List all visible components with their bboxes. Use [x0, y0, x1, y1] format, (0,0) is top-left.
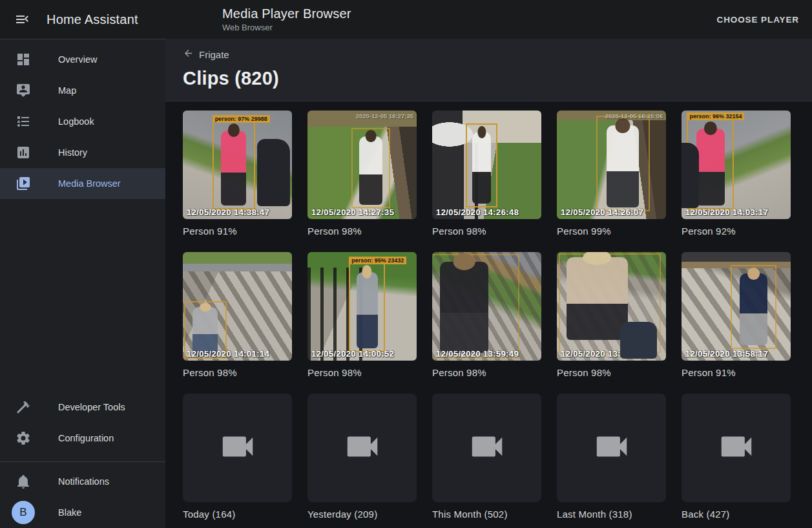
top-app-bar: Home Assistant Media Player Browser Web …: [0, 0, 812, 39]
clip-caption: Person 98%: [183, 367, 292, 378]
page-header-titles: Media Player Browser Web Browser: [165, 6, 704, 32]
detection-bounding-box: [596, 116, 650, 211]
sidebar-item-logbook[interactable]: Logbook: [0, 106, 165, 137]
sidebar-item-label: Map: [58, 85, 76, 96]
folder-caption: This Month (502): [432, 509, 541, 520]
arrow-left-icon: [183, 48, 194, 61]
sidebar-item-history[interactable]: History: [0, 137, 165, 168]
detection-bounding-box: [432, 254, 519, 358]
sidebar-spacer: [0, 199, 165, 392]
detected-person: [472, 132, 491, 203]
clip-still-image: person: 97% 29988 12/05/2020 14:38:47: [183, 111, 292, 219]
media-browser-content: Frigate Clips (820) person: 97% 29988 12…: [165, 39, 812, 528]
detected-person: [193, 307, 218, 355]
clip-caption: Person 99%: [557, 226, 666, 237]
sidebar-item-overview[interactable]: Overview: [0, 44, 165, 75]
detection-bounding-box: [559, 253, 660, 354]
clip-still-image: 12/05/2020 14:26:48: [432, 111, 541, 219]
camera-osd-timestamp: 12/05/2020 14:38:47: [187, 207, 269, 217]
account-tooltip-icon: [16, 83, 31, 98]
sidebar-item-label: Developer Tools: [58, 402, 125, 412]
folder-thumbnail: [183, 394, 292, 502]
detected-person: [359, 136, 382, 205]
detection-bounding-box: [351, 128, 391, 208]
folder-tile[interactable]: Back (427): [682, 394, 791, 520]
clip-thumbnail[interactable]: 2020-12-05 16:26:06 12/05/2020 14:26:07 …: [557, 111, 666, 237]
clip-thumbnail[interactable]: 12/05/2020 14:26:48 Person 98%: [432, 111, 541, 237]
camera-osd-timestamp: 12/05/2020 14:03:17: [685, 207, 768, 217]
clip-thumbnail[interactable]: person: 95% 23432 12/05/2020 14:00:52 Pe…: [307, 252, 417, 378]
gear-icon: [16, 430, 31, 446]
camera-osd-timestamp: 12/05/2020 14:26:48: [436, 207, 519, 217]
detected-person: [740, 273, 767, 344]
clip-still-image: 12/05/2020 14:01:14: [183, 252, 292, 361]
avatar: B: [12, 501, 35, 524]
video-camera-icon: [342, 427, 382, 469]
detection-bounding-box: person: 97% 29988: [213, 121, 255, 209]
detected-person: [607, 125, 639, 207]
clips-title: Clips (820): [183, 68, 812, 89]
detection-bounding-box: person: 95% 23432: [349, 263, 385, 352]
sidebar-header: Home Assistant: [0, 0, 165, 39]
camera-osd-timestamp: 12/05/2020 14:00:52: [311, 349, 394, 359]
bell-icon: [16, 474, 31, 489]
clip-thumbnail[interactable]: 12/05/2020 13:58:17 Person 91%: [682, 252, 791, 378]
play-box-multiple-icon: [16, 176, 31, 191]
folder-tile[interactable]: This Month (502): [432, 394, 541, 520]
sidebar-item-user-profile[interactable]: B Blake: [0, 497, 165, 528]
sidebar-item-configuration[interactable]: Configuration: [0, 423, 165, 454]
breadcrumb-back-frigate[interactable]: Frigate: [183, 48, 229, 61]
choose-player-button[interactable]: CHOOSE PLAYER: [704, 8, 812, 31]
clip-caption: Person 98%: [307, 367, 417, 378]
hammer-icon: [16, 399, 31, 415]
clip-still-image: 2020-12-05 16:27:35 12/05/2020 14:27:35: [307, 111, 417, 219]
folder-caption: Last Month (318): [557, 509, 666, 520]
detection-bounding-box: [466, 123, 497, 207]
chart-box-icon: [16, 145, 31, 160]
clip-caption: Person 98%: [557, 367, 666, 378]
camera-osd-timestamp: 12/05/2020 13:59:49: [436, 349, 519, 359]
sidebar-item-developer-tools[interactable]: Developer Tools: [0, 392, 165, 423]
detection-bounding-box: person: 96% 32154: [687, 119, 734, 209]
clip-caption: Person 91%: [682, 367, 791, 378]
clip-still-image: 12/05/2020 13:59:49: [432, 252, 541, 361]
sidebar-item-media-browser[interactable]: Media Browser: [0, 168, 165, 199]
folder-thumbnail: [682, 394, 791, 502]
clips-grid: person: 97% 29988 12/05/2020 14:38:47 Pe…: [183, 111, 791, 520]
clip-thumbnail[interactable]: person: 97% 29988 12/05/2020 14:38:47 Pe…: [183, 111, 292, 237]
clip-thumbnail[interactable]: 2020-12-05 16:27:35 12/05/2020 14:27:35 …: [307, 111, 417, 237]
sidebar-toggle-button[interactable]: [10, 8, 34, 31]
camera-osd-secondary-timestamp: 2020-12-05 16:26:06: [605, 112, 663, 120]
sidebar-item-notifications[interactable]: Notifications: [0, 466, 165, 497]
clips-scroll-area[interactable]: person: 97% 29988 12/05/2020 14:38:47 Pe…: [165, 101, 812, 528]
sidebar-item-label: Media Browser: [58, 178, 121, 189]
clip-thumbnail[interactable]: person: 96% 32154 12/05/2020 14:03:17 Pe…: [682, 111, 791, 237]
breadcrumb-label: Frigate: [199, 49, 229, 60]
sidebar-item-label: Logbook: [58, 116, 94, 127]
clip-thumbnail[interactable]: 12/05/2020 14:01:14 Person 98%: [183, 252, 292, 378]
sidebar-item-label: Overview: [58, 54, 97, 65]
camera-osd-timestamp: 12/05/2020 14:01:14: [187, 349, 269, 359]
sidebar-item-map[interactable]: Map: [0, 75, 165, 106]
camera-osd-timestamp: 12/05/2020 13:58:30: [561, 349, 643, 359]
detected-person: [696, 129, 725, 206]
sidebar-item-label: Configuration: [58, 433, 114, 443]
video-camera-icon: [716, 427, 756, 469]
clip-thumbnail[interactable]: 12/05/2020 13:59:49 Person 98%: [432, 252, 541, 378]
folder-tile[interactable]: Today (164): [183, 394, 292, 520]
clip-still-image: person: 96% 32154 12/05/2020 14:03:17: [682, 111, 791, 219]
folder-tile[interactable]: Yesterday (209): [307, 394, 417, 520]
detection-score-label: person: 97% 29988: [213, 115, 270, 123]
camera-osd-timestamp: 12/05/2020 14:26:07: [561, 207, 643, 217]
folder-tile[interactable]: Last Month (318): [557, 394, 666, 520]
camera-osd-secondary-timestamp: 2020-12-05 16:27:35: [356, 112, 413, 120]
sidebar-item-label: History: [58, 147, 87, 158]
folder-caption: Back (427): [682, 509, 791, 520]
detected-person: [567, 257, 628, 340]
clip-caption: Person 92%: [682, 226, 791, 237]
sidebar: Overview Map Logbook: [0, 39, 165, 528]
clip-thumbnail[interactable]: 12/05/2020 13:58:30 Person 98%: [557, 252, 666, 378]
app-title: Home Assistant: [47, 12, 138, 27]
folder-thumbnail: [432, 394, 541, 502]
folder-caption: Yesterday (209): [307, 509, 417, 520]
